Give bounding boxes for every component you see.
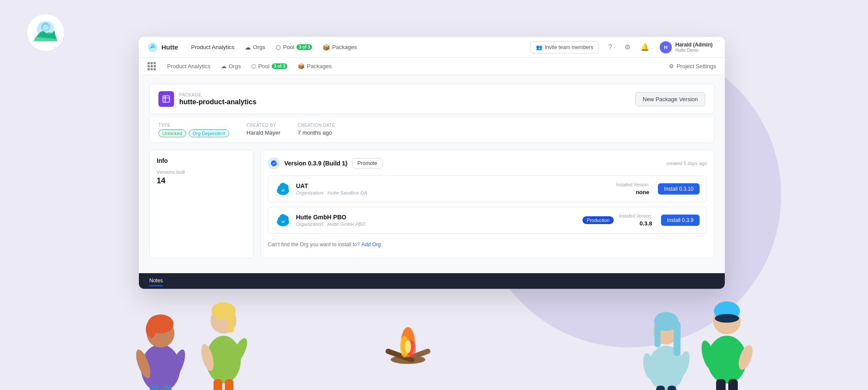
svg-point-21: [146, 321, 156, 338]
install-button-uat[interactable]: Install 0.3.10: [658, 183, 700, 195]
package-meta: Type Unlocked Org Dependent Created by H…: [149, 118, 714, 143]
topbar-logo[interactable]: Hutte: [148, 42, 178, 53]
user-menu[interactable]: H Harald (Admin) Hutte Demo: [656, 40, 716, 55]
svg-rect-22: [150, 386, 159, 390]
svg-rect-60: [728, 379, 738, 390]
created-by-value: Harald Mayer: [247, 129, 280, 136]
svg-point-45: [648, 346, 684, 390]
subnav-packages[interactable]: 📦 Packages: [293, 61, 336, 71]
versions-built-label: Versions built: [157, 169, 246, 175]
notifications-icon-button[interactable]: 🔔: [639, 41, 651, 53]
svg-point-29: [210, 307, 237, 334]
svg-rect-5: [163, 96, 170, 102]
svg-point-54: [675, 350, 692, 378]
bottom-tab-notes[interactable]: Notes: [149, 276, 163, 286]
version-icon: [268, 157, 280, 169]
grid-menu-icon[interactable]: [148, 62, 156, 70]
install-button-pbo[interactable]: Install 0.3.9: [661, 215, 700, 226]
browser-window: Hutte Product Analytics ☁ Orgs ⬡ Pool 3 …: [139, 37, 725, 289]
tag-org-dependent: Org Dependent: [189, 129, 229, 137]
created-by-label: Created by: [247, 123, 280, 128]
version-panel: Version 0.3.9 (Build 1) Promote created …: [260, 150, 714, 258]
user-org: Hutte Demo: [675, 48, 713, 53]
package-icon: [158, 91, 174, 107]
package-label: Package: [179, 93, 256, 97]
subnav-pool[interactable]: ⬡ Pool 3 of 3: [247, 61, 292, 71]
svg-rect-50: [656, 386, 665, 390]
svg-point-37: [229, 336, 250, 366]
nav-packages[interactable]: 📦 Packages: [318, 42, 361, 53]
svg-point-19: [147, 320, 174, 347]
creation-date-label: Creation Date: [298, 123, 335, 128]
new-package-version-button[interactable]: New Package Version: [635, 92, 705, 106]
settings-icon-button[interactable]: ⚙: [621, 41, 634, 53]
svg-point-53: [641, 352, 656, 380]
creation-date-value: 7 months ago: [298, 129, 335, 136]
svg-point-63: [699, 339, 717, 371]
type-label: Type: [158, 123, 229, 128]
info-title: Info: [157, 157, 246, 164]
svg-point-30: [211, 302, 236, 320]
svg-point-28: [206, 336, 241, 383]
svg-rect-40: [385, 348, 415, 363]
svg-point-36: [199, 343, 216, 372]
version-header: Version 0.3.9 (Build 1) Promote created …: [268, 157, 707, 169]
top-nav: Product Analytics ☁ Orgs ⬡ Pool 3 of 3 📦…: [187, 42, 530, 53]
svg-point-43: [407, 340, 416, 357]
version-date: created 5 days ago: [666, 161, 707, 166]
nav-product-analytics[interactable]: Product Analytics: [187, 42, 239, 53]
add-org-text: Can't find the Org you want to install t…: [268, 238, 707, 251]
subnav: Product Analytics ☁ Orgs ⬡ Pool 3 of 3 📦…: [139, 58, 725, 75]
svg-rect-23: [162, 386, 171, 390]
user-name: Harald (Admin): [675, 42, 713, 48]
user-avatar: H: [660, 41, 672, 53]
subnav-product-analytics[interactable]: Product Analytics: [163, 61, 215, 71]
subnav-orgs[interactable]: ☁ Orgs: [217, 61, 245, 71]
org-card-uat: sf UAT Organization: Hutte Sandbox QA In…: [268, 175, 707, 202]
tag-unlocked: Unlocked: [158, 129, 186, 137]
org-pbo-org: Organization: Hutte GmbH PBO: [296, 221, 577, 227]
org-card-pbo: sf Hutte GmbH PBO Organization: Hutte Gm…: [268, 207, 707, 234]
svg-point-27: [168, 348, 188, 380]
svg-point-18: [141, 344, 180, 390]
svg-rect-39: [401, 348, 431, 363]
nav-orgs[interactable]: ☁ Orgs: [240, 42, 270, 53]
svg-point-20: [148, 314, 174, 334]
installed-version-label-pbo: Installed Version:: [619, 214, 652, 218]
topbar-actions: 👥 Invite team members ? ⚙ 🔔 H Harald (Ad…: [530, 40, 716, 55]
svg-point-4: [151, 44, 155, 48]
org-uat-org: Organization: Hutte Sandbox QA: [296, 190, 611, 195]
svg-point-26: [133, 348, 153, 380]
versions-built-value: 14: [157, 176, 246, 185]
invite-button[interactable]: 👥 Invite team members: [530, 41, 599, 53]
version-title: Version 0.3.9 (Build 1): [284, 160, 348, 167]
project-settings-link[interactable]: ⚙ Project Settings: [669, 63, 716, 69]
org-pbo-name: Hutte GmbH PBO: [296, 214, 577, 221]
svg-point-55: [707, 336, 746, 383]
svg-point-41: [401, 327, 415, 357]
app-logo: [26, 13, 65, 52]
svg-point-42: [400, 336, 409, 357]
pool-badge: 3 of 3: [296, 44, 312, 50]
subnav-pool-badge: 3 of 3: [272, 63, 287, 69]
installed-version-pbo: 0.3.8: [640, 220, 652, 227]
package-header: Package hutte-product-analytics New Pack…: [149, 84, 714, 114]
production-badge: Production: [582, 216, 614, 224]
topbar: Hutte Product Analytics ☁ Orgs ⬡ Pool 3 …: [139, 37, 725, 58]
svg-rect-33: [225, 379, 233, 390]
nav-pool[interactable]: ⬡ Pool 3 of 3: [271, 42, 316, 53]
svg-rect-31: [228, 311, 234, 333]
svg-text:sf: sf: [281, 188, 284, 192]
svg-rect-32: [214, 379, 222, 390]
app-name: Hutte: [161, 43, 178, 51]
svg-rect-59: [716, 379, 726, 390]
bottom-tabs: Notes: [139, 273, 725, 289]
main-content: Package hutte-product-analytics New Pack…: [139, 75, 725, 289]
info-panel: Info Versions built 14: [149, 150, 253, 258]
svg-point-44: [405, 340, 411, 353]
add-org-link[interactable]: Add Org.: [362, 241, 382, 248]
two-col-layout: Info Versions built 14 Version 0.3.9 (Bu…: [149, 150, 714, 258]
help-button[interactable]: ?: [604, 41, 616, 53]
package-name: hutte-product-analytics: [179, 98, 256, 106]
promote-button[interactable]: Promote: [352, 158, 383, 169]
